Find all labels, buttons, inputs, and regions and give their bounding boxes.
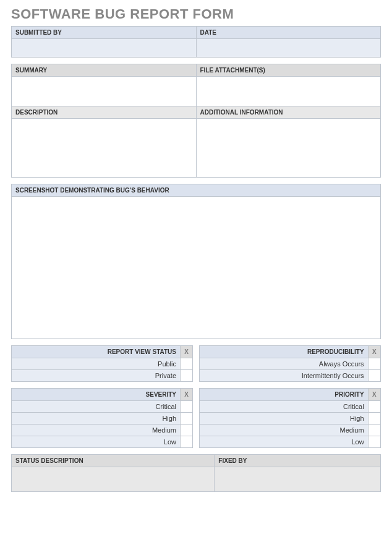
view-status-x-header: X <box>181 346 193 358</box>
severity-critical-label: Critical <box>12 401 181 413</box>
priority-critical-label: Critical <box>199 401 368 413</box>
screenshot-table: SCREENSHOT DEMONSTRATING BUG'S BEHAVIOR <box>11 184 381 339</box>
severity-low-checkbox[interactable] <box>181 436 193 448</box>
priority-medium-checkbox[interactable] <box>368 425 380 436</box>
summary-header: SUMMARY <box>12 64 197 77</box>
severity-header: SEVERITY <box>12 389 181 401</box>
view-status-public-checkbox[interactable] <box>181 358 193 370</box>
severity-priority-table: SEVERITY X PRIORITY X Critical Critical … <box>11 388 381 448</box>
reproducibility-header: REPRODUCIBILITY <box>199 346 368 358</box>
submitted-date-table: SUBMITTED BY DATE <box>11 26 381 58</box>
severity-high-checkbox[interactable] <box>181 413 193 425</box>
date-header: DATE <box>196 27 381 39</box>
priority-critical-checkbox[interactable] <box>368 401 380 413</box>
file-attachment-header: FILE ATTACHMENT(S) <box>196 64 381 77</box>
view-status-private-checkbox[interactable] <box>181 370 193 382</box>
status-description-field[interactable] <box>12 467 215 492</box>
severity-medium-checkbox[interactable] <box>181 425 193 436</box>
additional-info-header: ADDITIONAL INFORMATION <box>196 106 381 119</box>
summary-field[interactable] <box>12 77 197 106</box>
submitted-by-field[interactable] <box>12 39 197 58</box>
view-status-reproducibility-table: REPORT VIEW STATUS X REPRODUCIBILITY X P… <box>11 345 381 382</box>
screenshot-header: SCREENSHOT DEMONSTRATING BUG'S BEHAVIOR <box>12 184 381 197</box>
view-status-private-label: Private <box>12 370 181 382</box>
status-description-header: STATUS DESCRIPTION <box>12 455 215 467</box>
priority-header: PRIORITY <box>199 389 368 401</box>
fixed-by-field[interactable] <box>215 467 381 492</box>
severity-medium-label: Medium <box>12 425 181 436</box>
page-title: SOFTWARE BUG REPORT FORM <box>11 6 381 22</box>
priority-low-checkbox[interactable] <box>368 436 380 448</box>
priority-high-label: High <box>199 413 368 425</box>
priority-high-checkbox[interactable] <box>368 413 380 425</box>
fixed-by-header: FIXED BY <box>215 455 381 467</box>
severity-high-label: High <box>12 413 181 425</box>
date-field[interactable] <box>196 39 381 58</box>
status-table: STATUS DESCRIPTION FIXED BY <box>11 454 381 492</box>
reproducibility-x-header: X <box>368 346 380 358</box>
additional-info-field[interactable] <box>196 119 381 178</box>
reproducibility-always-checkbox[interactable] <box>368 358 380 370</box>
reproducibility-intermittent-label: Intermittently Occurs <box>199 370 368 382</box>
file-attachment-field[interactable] <box>196 77 381 106</box>
view-status-header: REPORT VIEW STATUS <box>12 346 181 358</box>
reproducibility-always-label: Always Occurs <box>199 358 368 370</box>
view-status-public-label: Public <box>12 358 181 370</box>
priority-x-header: X <box>368 389 380 401</box>
submitted-by-header: SUBMITTED BY <box>12 27 197 39</box>
priority-medium-label: Medium <box>199 425 368 436</box>
description-field[interactable] <box>12 119 197 178</box>
description-header: DESCRIPTION <box>12 106 197 119</box>
reproducibility-intermittent-checkbox[interactable] <box>368 370 380 382</box>
screenshot-field[interactable] <box>12 197 381 339</box>
severity-critical-checkbox[interactable] <box>181 401 193 413</box>
priority-low-label: Low <box>199 436 368 448</box>
severity-x-header: X <box>181 389 193 401</box>
summary-table: SUMMARY FILE ATTACHMENT(S) DESCRIPTION A… <box>11 64 381 178</box>
severity-low-label: Low <box>12 436 181 448</box>
